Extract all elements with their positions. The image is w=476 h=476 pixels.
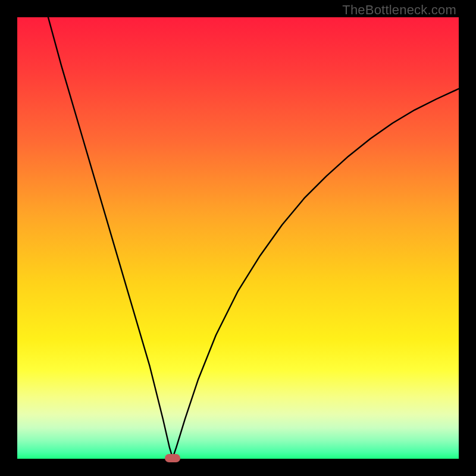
- chart-frame: TheBottleneck.com: [0, 0, 476, 476]
- bottleneck-curve: [17, 17, 459, 459]
- watermark-text: TheBottleneck.com: [342, 2, 456, 18]
- plot-area: [17, 17, 459, 459]
- optimum-marker: [165, 454, 180, 462]
